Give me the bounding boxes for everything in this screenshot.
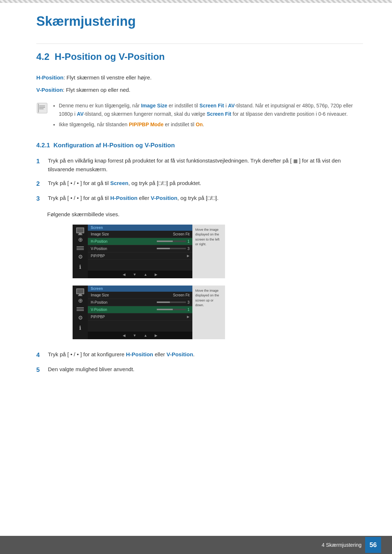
step-3: 3 Tryk på [ • / • ] for at gå til H-Posi… <box>36 194 363 204</box>
mockup-1-spacer <box>88 260 192 271</box>
mockup-1-row-imagesize: Image Size Screen Fit <box>88 231 192 238</box>
mockup-2-row-pipbp: PIP/PBP ▶ <box>88 313 192 321</box>
main-content: 4.2 H-Position og V-Position H-Position:… <box>0 36 392 411</box>
note-box: Denne menu er kun tilgængelig, når Image… <box>36 102 363 131</box>
note-text: Denne menu er kun tilgængelig, når Image… <box>52 102 363 131</box>
divider <box>36 44 363 44</box>
mockup-1-bottom-bar: ◀ ▼ ▲ ▶ <box>88 271 192 278</box>
h-position-intro: H-Position: Flyt skærmen til venstre ell… <box>36 73 363 82</box>
mockup-1-row-hposition: H-Position 1 <box>88 238 192 245</box>
lines-icon-2 <box>77 307 84 311</box>
monitor-icon-2 <box>76 288 84 294</box>
mockup-1-content: Screen Image Size Screen Fit H-Position … <box>88 225 192 278</box>
move-icon: ⊕ <box>78 237 83 243</box>
v-position-label: V-Position <box>36 87 63 93</box>
mockup-2-row-imagesize: Image Size Screen Fit <box>88 292 192 299</box>
mockup-2-spacer <box>88 321 192 332</box>
monitor-icon <box>76 227 84 233</box>
v-position-intro: V-Position: Flyt skærmen op eller ned. <box>36 86 363 94</box>
mockup-1-sidebar: ⊕ ⚙ ℹ <box>73 225 88 278</box>
mockup-2-header: Screen <box>88 286 192 292</box>
subsection-title: 4.2.1 Konfiguration af H-Position og V-P… <box>36 142 363 149</box>
page-footer: 4 Skærmjustering 56 <box>0 536 392 554</box>
screen-mockups: ⊕ ⚙ ℹ Screen Image Size Sc <box>73 225 363 339</box>
gear-icon-2: ⚙ <box>78 315 83 321</box>
gear-icon: ⚙ <box>78 254 83 260</box>
footer-chapter-label: 4 Skærmjustering <box>322 542 362 548</box>
mockup-1-header: Screen <box>88 225 192 231</box>
mockup-1-row-vposition: V-Position 3 <box>88 245 192 253</box>
mockup-2-row-hposition: H-Position 3 <box>88 299 192 306</box>
section-title: 4.2 H-Position og V-Position <box>36 51 363 62</box>
lines-icon <box>77 246 84 250</box>
mockup-2-description: Move the image displayed on the screen u… <box>192 286 225 339</box>
mockup-1: ⊕ ⚙ ℹ Screen Image Size Sc <box>73 225 225 278</box>
step-2: 2 Tryk på [ • / • ] for at gå til Screen… <box>36 179 363 189</box>
mockup-2-sidebar: ⊕ ⚙ ℹ <box>73 286 88 339</box>
mockup-1-description: Move the image displayed on the screen t… <box>192 225 225 278</box>
step-1: 1 Tryk på en vilkårlig knap forrest på p… <box>36 156 363 174</box>
top-decorative-bar <box>0 0 392 3</box>
page-title: Skærmjustering <box>36 14 363 29</box>
steps-list: 1 Tryk på en vilkårlig knap forrest på p… <box>36 156 363 204</box>
steps-list-2: 4 Tryk på [ • / • ] for at konfigurere H… <box>36 350 363 375</box>
mockup-2-row-vposition: V-Position 1 <box>88 306 192 313</box>
mockup-2-bottom-bar: ◀ ▼ ▲ ▶ <box>88 332 192 339</box>
mockup-1-row-pipbp: PIP/PBP ▶ <box>88 253 192 260</box>
page-header: Skærmjustering <box>0 3 392 36</box>
step-4: 4 Tryk på [ • / • ] for at konfigurere H… <box>36 350 363 360</box>
note-icon <box>36 102 48 114</box>
info-icon-2: ℹ <box>79 325 81 331</box>
info-icon: ℹ <box>79 264 81 270</box>
step-3b-text: Følgende skærmbillede vises. <box>47 211 363 217</box>
mockup-2-content: Screen Image Size Screen Fit H-Position … <box>88 286 192 339</box>
h-position-label: H-Position <box>36 74 64 81</box>
page-number: 56 <box>365 537 381 553</box>
move-icon-2: ⊕ <box>78 298 83 304</box>
mockup-2: ⊕ ⚙ ℹ Screen Image Size Sc <box>73 286 225 339</box>
step-5: 5 Den valgte mulighed bliver anvendt. <box>36 365 363 375</box>
